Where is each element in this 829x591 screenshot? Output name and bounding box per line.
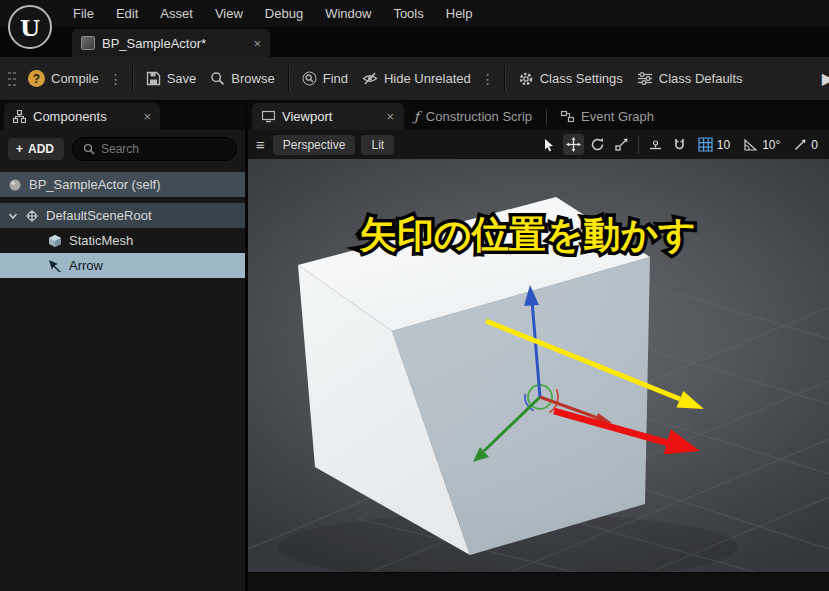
add-button-label: ADD	[28, 142, 54, 156]
components-tab-icon	[13, 110, 26, 123]
function-icon: ƒ	[414, 109, 419, 124]
toolbar-separator	[132, 66, 133, 92]
viewport-tab-icon	[262, 110, 275, 123]
save-label: Save	[167, 71, 197, 86]
plus-icon: +	[16, 142, 23, 156]
hide-unrelated-options-icon[interactable]: ⋮	[478, 71, 498, 87]
menu-window[interactable]: Window	[314, 0, 382, 27]
find-label: Find	[323, 71, 348, 86]
menu-debug[interactable]: Debug	[254, 0, 314, 27]
viewport-3d-scene[interactable]: 矢印の位置を動かす	[248, 159, 829, 573]
components-tree: BP_SampleActor (self) DefaultSceneRoot S…	[0, 172, 245, 278]
close-icon[interactable]: ×	[386, 109, 394, 124]
tree-item-staticmesh[interactable]: StaticMesh	[0, 228, 245, 253]
menu-asset[interactable]: Asset	[149, 0, 204, 27]
camera-mode-button[interactable]: Perspective	[273, 135, 356, 155]
components-search-box[interactable]	[72, 137, 237, 161]
scale-tool-button[interactable]	[611, 134, 632, 155]
grid-snap-button[interactable]: 10	[693, 135, 735, 154]
find-button[interactable]: Find	[295, 65, 355, 92]
menu-bar: File Edit Asset View Debug Window Tools …	[0, 0, 829, 27]
search-icon	[83, 143, 95, 155]
tree-item-label: StaticMesh	[69, 233, 133, 248]
components-controls-row: + ADD	[0, 130, 245, 166]
toolbar-separator	[638, 136, 639, 154]
blueprint-toolbar: ? Compile ⋮ Save Browse Find	[0, 57, 829, 101]
save-button[interactable]: Save	[139, 65, 204, 92]
rotate-icon	[590, 137, 605, 152]
tab-components[interactable]: Components ×	[4, 103, 160, 130]
rotation-snap-button[interactable]: 10°	[738, 135, 785, 154]
hide-unrelated-label: Hide Unrelated	[384, 71, 471, 86]
toolbar-separator	[504, 66, 505, 92]
viewport-toolbar: ≡ Perspective Lit	[248, 130, 829, 159]
camera-speed-button[interactable]: 0	[788, 136, 823, 154]
construction-script-tab-label: Construction Scrip	[426, 109, 532, 124]
move-tool-button[interactable]	[563, 134, 584, 155]
components-search-input[interactable]	[101, 142, 226, 156]
tree-item-self[interactable]: BP_SampleActor (self)	[0, 172, 245, 197]
find-icon	[302, 71, 317, 86]
surface-snap-icon	[648, 137, 663, 152]
magnet-icon	[672, 137, 687, 152]
components-panel: Components × + ADD BP_SampleActor (self)	[0, 101, 245, 591]
viewport-tab-label: Viewport	[282, 109, 332, 124]
event-graph-tab-label: Event Graph	[581, 109, 654, 124]
compile-label: Compile	[51, 71, 99, 86]
tab-construction-script[interactable]: ƒ Construction Scrip	[404, 103, 542, 130]
actor-icon	[8, 178, 22, 192]
rotation-snap-value: 10°	[762, 138, 780, 152]
menu-edit[interactable]: Edit	[105, 0, 149, 27]
class-defaults-label: Class Defaults	[659, 71, 743, 86]
asset-tab-bp-sampleactor[interactable]: BP_SampleActor* ×	[72, 29, 270, 57]
unreal-logo[interactable]: U	[8, 5, 52, 49]
toolbar-separator	[288, 66, 289, 92]
viewport-options-icon[interactable]: ≡	[254, 136, 267, 153]
tree-item-arrow[interactable]: Arrow	[0, 253, 245, 278]
components-tabstrip: Components ×	[0, 101, 245, 130]
save-icon	[146, 71, 161, 86]
compile-button[interactable]: ? Compile	[21, 64, 106, 93]
diagonal-arrow-icon	[793, 138, 807, 152]
tree-item-defaultsceneroot[interactable]: DefaultSceneRoot	[0, 203, 245, 228]
compile-options-icon[interactable]: ⋮	[106, 71, 126, 87]
browse-label: Browse	[231, 71, 274, 86]
select-tool-button[interactable]	[539, 134, 560, 155]
tree-item-label: BP_SampleActor (self)	[29, 177, 161, 192]
annotation-text: 矢印の位置を動かす	[359, 213, 696, 256]
scene-root-icon	[25, 209, 39, 223]
viewport-panel: Viewport × ƒ Construction Scrip Event Gr…	[248, 101, 829, 591]
close-icon[interactable]: ×	[143, 109, 151, 124]
menu-help[interactable]: Help	[435, 0, 484, 27]
class-settings-button[interactable]: Class Settings	[511, 65, 630, 93]
tab-separator	[546, 109, 547, 125]
play-icon[interactable]: ▶	[822, 69, 829, 88]
view-mode-button[interactable]: Lit	[361, 135, 394, 155]
tab-viewport[interactable]: Viewport ×	[252, 103, 404, 130]
chevron-down-icon[interactable]	[8, 211, 18, 221]
toolbar-drag-handle-icon[interactable]	[7, 70, 16, 88]
class-settings-label: Class Settings	[540, 71, 623, 86]
tab-event-graph[interactable]: Event Graph	[551, 103, 664, 130]
move-icon	[566, 137, 581, 152]
menu-tools[interactable]: Tools	[382, 0, 434, 27]
menu-file[interactable]: File	[62, 0, 105, 27]
camera-speed-value: 0	[811, 138, 818, 152]
blueprint-asset-icon	[81, 36, 95, 50]
grid-icon	[698, 137, 713, 152]
angle-icon	[743, 137, 758, 152]
hide-unrelated-button[interactable]: Hide Unrelated	[355, 65, 478, 92]
tree-item-label: Arrow	[69, 258, 103, 273]
menu-view[interactable]: View	[204, 0, 254, 27]
viewport-bottom-strip	[248, 572, 829, 591]
surface-snap-button[interactable]	[645, 134, 666, 155]
actor-snap-button[interactable]	[669, 134, 690, 155]
class-defaults-button[interactable]: Class Defaults	[630, 65, 750, 92]
rotate-tool-button[interactable]	[587, 134, 608, 155]
add-component-button[interactable]: + ADD	[8, 138, 64, 160]
static-mesh-icon	[48, 234, 62, 248]
browse-button[interactable]: Browse	[203, 65, 281, 92]
scene-canvas: 矢印の位置を動かす	[248, 159, 829, 573]
viewport-tool-cluster: 10 10° 0	[539, 134, 823, 155]
close-icon[interactable]: ×	[253, 36, 261, 51]
